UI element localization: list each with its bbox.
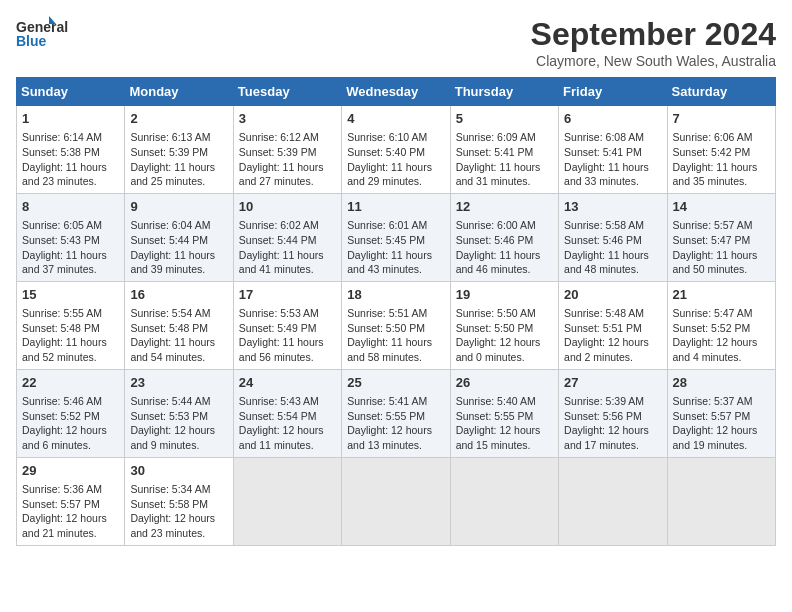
calendar-cell: [233, 457, 341, 545]
calendar-cell: 15Sunrise: 5:55 AMSunset: 5:48 PMDayligh…: [17, 281, 125, 369]
sunset-text: Sunset: 5:58 PM: [130, 498, 208, 510]
day-number: 23: [130, 374, 227, 392]
sunset-text: Sunset: 5:48 PM: [130, 322, 208, 334]
calendar-cell: 10Sunrise: 6:02 AMSunset: 5:44 PMDayligh…: [233, 193, 341, 281]
day-number: 13: [564, 198, 661, 216]
sunrise-text: Sunrise: 6:12 AM: [239, 131, 319, 143]
sunset-text: Sunset: 5:38 PM: [22, 146, 100, 158]
day-number: 9: [130, 198, 227, 216]
calendar-cell: 14Sunrise: 5:57 AMSunset: 5:47 PMDayligh…: [667, 193, 775, 281]
sunrise-text: Sunrise: 5:55 AM: [22, 307, 102, 319]
day-number: 16: [130, 286, 227, 304]
calendar-cell: 16Sunrise: 5:54 AMSunset: 5:48 PMDayligh…: [125, 281, 233, 369]
sunrise-text: Sunrise: 5:34 AM: [130, 483, 210, 495]
day-number: 30: [130, 462, 227, 480]
day-number: 22: [22, 374, 119, 392]
sunrise-text: Sunrise: 5:36 AM: [22, 483, 102, 495]
day-number: 5: [456, 110, 553, 128]
day-number: 10: [239, 198, 336, 216]
calendar-cell: 17Sunrise: 5:53 AMSunset: 5:49 PMDayligh…: [233, 281, 341, 369]
daylight-text: Daylight: 12 hours and 11 minutes.: [239, 424, 324, 451]
sunrise-text: Sunrise: 5:51 AM: [347, 307, 427, 319]
sunrise-text: Sunrise: 5:40 AM: [456, 395, 536, 407]
sunset-text: Sunset: 5:39 PM: [130, 146, 208, 158]
calendar-cell: 24Sunrise: 5:43 AMSunset: 5:54 PMDayligh…: [233, 369, 341, 457]
daylight-text: Daylight: 11 hours and 41 minutes.: [239, 249, 324, 276]
calendar-body: 1Sunrise: 6:14 AMSunset: 5:38 PMDaylight…: [17, 106, 776, 546]
calendar-cell: 28Sunrise: 5:37 AMSunset: 5:57 PMDayligh…: [667, 369, 775, 457]
day-number: 26: [456, 374, 553, 392]
daylight-text: Daylight: 12 hours and 17 minutes.: [564, 424, 649, 451]
sunset-text: Sunset: 5:48 PM: [22, 322, 100, 334]
day-number: 6: [564, 110, 661, 128]
page-header: General Blue September 2024 Claymore, Ne…: [16, 16, 776, 69]
sunrise-text: Sunrise: 5:39 AM: [564, 395, 644, 407]
sunrise-text: Sunrise: 5:58 AM: [564, 219, 644, 231]
logo: General Blue: [16, 16, 88, 52]
weekday-header-row: SundayMondayTuesdayWednesdayThursdayFrid…: [17, 78, 776, 106]
daylight-text: Daylight: 11 hours and 48 minutes.: [564, 249, 649, 276]
sunrise-text: Sunrise: 5:41 AM: [347, 395, 427, 407]
sunset-text: Sunset: 5:53 PM: [130, 410, 208, 422]
sunrise-text: Sunrise: 5:46 AM: [22, 395, 102, 407]
daylight-text: Daylight: 11 hours and 52 minutes.: [22, 336, 107, 363]
calendar-week-row: 22Sunrise: 5:46 AMSunset: 5:52 PMDayligh…: [17, 369, 776, 457]
sunset-text: Sunset: 5:57 PM: [22, 498, 100, 510]
calendar-cell: 23Sunrise: 5:44 AMSunset: 5:53 PMDayligh…: [125, 369, 233, 457]
sunset-text: Sunset: 5:47 PM: [673, 234, 751, 246]
calendar-cell: [559, 457, 667, 545]
sunrise-text: Sunrise: 5:50 AM: [456, 307, 536, 319]
sunrise-text: Sunrise: 6:00 AM: [456, 219, 536, 231]
daylight-text: Daylight: 11 hours and 23 minutes.: [22, 161, 107, 188]
day-number: 4: [347, 110, 444, 128]
day-number: 2: [130, 110, 227, 128]
sunrise-text: Sunrise: 5:53 AM: [239, 307, 319, 319]
daylight-text: Daylight: 12 hours and 6 minutes.: [22, 424, 107, 451]
day-number: 29: [22, 462, 119, 480]
sunrise-text: Sunrise: 6:05 AM: [22, 219, 102, 231]
sunset-text: Sunset: 5:56 PM: [564, 410, 642, 422]
daylight-text: Daylight: 11 hours and 37 minutes.: [22, 249, 107, 276]
sunset-text: Sunset: 5:52 PM: [673, 322, 751, 334]
sunrise-text: Sunrise: 6:10 AM: [347, 131, 427, 143]
month-title: September 2024: [531, 16, 776, 53]
daylight-text: Daylight: 11 hours and 31 minutes.: [456, 161, 541, 188]
day-number: 3: [239, 110, 336, 128]
day-number: 1: [22, 110, 119, 128]
daylight-text: Daylight: 12 hours and 15 minutes.: [456, 424, 541, 451]
calendar-cell: 6Sunrise: 6:08 AMSunset: 5:41 PMDaylight…: [559, 106, 667, 194]
calendar-week-row: 29Sunrise: 5:36 AMSunset: 5:57 PMDayligh…: [17, 457, 776, 545]
calendar-cell: 19Sunrise: 5:50 AMSunset: 5:50 PMDayligh…: [450, 281, 558, 369]
calendar-week-row: 8Sunrise: 6:05 AMSunset: 5:43 PMDaylight…: [17, 193, 776, 281]
calendar-cell: 27Sunrise: 5:39 AMSunset: 5:56 PMDayligh…: [559, 369, 667, 457]
calendar-cell: 11Sunrise: 6:01 AMSunset: 5:45 PMDayligh…: [342, 193, 450, 281]
sunset-text: Sunset: 5:41 PM: [456, 146, 534, 158]
sunset-text: Sunset: 5:50 PM: [456, 322, 534, 334]
day-number: 28: [673, 374, 770, 392]
sunrise-text: Sunrise: 5:48 AM: [564, 307, 644, 319]
calendar-cell: 4Sunrise: 6:10 AMSunset: 5:40 PMDaylight…: [342, 106, 450, 194]
calendar-table: SundayMondayTuesdayWednesdayThursdayFrid…: [16, 77, 776, 546]
sunset-text: Sunset: 5:52 PM: [22, 410, 100, 422]
daylight-text: Daylight: 11 hours and 56 minutes.: [239, 336, 324, 363]
day-number: 24: [239, 374, 336, 392]
calendar-cell: 7Sunrise: 6:06 AMSunset: 5:42 PMDaylight…: [667, 106, 775, 194]
sunrise-text: Sunrise: 6:01 AM: [347, 219, 427, 231]
daylight-text: Daylight: 11 hours and 50 minutes.: [673, 249, 758, 276]
sunrise-text: Sunrise: 6:04 AM: [130, 219, 210, 231]
calendar-cell: 13Sunrise: 5:58 AMSunset: 5:46 PMDayligh…: [559, 193, 667, 281]
svg-text:Blue: Blue: [16, 33, 47, 49]
day-number: 27: [564, 374, 661, 392]
location-subtitle: Claymore, New South Wales, Australia: [531, 53, 776, 69]
daylight-text: Daylight: 12 hours and 19 minutes.: [673, 424, 758, 451]
sunset-text: Sunset: 5:51 PM: [564, 322, 642, 334]
sunrise-text: Sunrise: 5:43 AM: [239, 395, 319, 407]
daylight-text: Daylight: 12 hours and 0 minutes.: [456, 336, 541, 363]
daylight-text: Daylight: 12 hours and 23 minutes.: [130, 512, 215, 539]
calendar-cell: 3Sunrise: 6:12 AMSunset: 5:39 PMDaylight…: [233, 106, 341, 194]
weekday-header-cell: Thursday: [450, 78, 558, 106]
daylight-text: Daylight: 11 hours and 54 minutes.: [130, 336, 215, 363]
day-number: 7: [673, 110, 770, 128]
calendar-cell: [342, 457, 450, 545]
daylight-text: Daylight: 11 hours and 25 minutes.: [130, 161, 215, 188]
